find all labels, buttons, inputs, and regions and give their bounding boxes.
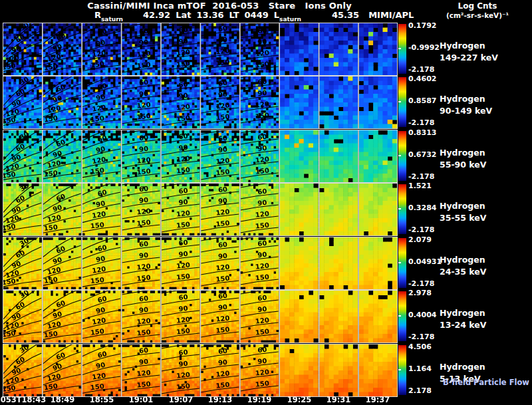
spectrogram-canvas: [3, 344, 398, 397]
l-subscript: saturn: [279, 16, 301, 23]
panel-row-35-55kev: 1.521 0.3284 -2.178 Hydrogen 35-55 keV: [0, 184, 532, 235]
spectrogram-canvas: [3, 23, 398, 76]
spectrogram-canvas: [3, 76, 398, 129]
colorbar-mid-notch: [398, 315, 401, 317]
colorbar-mid-notch: [398, 369, 401, 370]
colorbar: [398, 131, 406, 181]
panel-row-149-227kev: 0.1792 -0.9992 -2.178 Hydrogen 149-227 k…: [0, 23, 532, 75]
species-label: Hydrogen: [440, 201, 485, 211]
panel-row-55-90kev: 0.8313 0.6732 -2.178 Hydrogen 55-90 keV: [0, 130, 532, 182]
energy-range-label: 55-90 keV: [440, 160, 486, 170]
colorbar-tick-top: 4.506: [408, 342, 432, 351]
colorbar: [398, 77, 406, 127]
colorbar-tick-bottom: -2.178: [408, 279, 434, 288]
colorbar: [398, 345, 406, 395]
colorbar: [398, 238, 406, 288]
spectrogram-canvas: [3, 237, 398, 290]
energy-range-label: 149-227 keV: [440, 53, 498, 63]
lat-label: Lat: [176, 10, 191, 20]
colorbar-tick-mid: -0.9992: [408, 43, 440, 52]
colorbar: [398, 24, 406, 74]
panel-row-5-13kev: 4.506 1.164 2.178 Hydrogen 5-13 keV B-fi…: [0, 344, 532, 396]
r-label: R: [94, 10, 101, 20]
colorbar-tick-bottom: -2.178: [408, 172, 434, 181]
panel-row-90-149kev: 0.4602 0.8587 -2.178 Hydrogen 90-149 keV: [0, 76, 532, 128]
time-axis: 053T18:43 18:49 18:55 19:01 19:07 19:13 …: [0, 395, 532, 405]
colorbar-tick-mid: 0.6732: [408, 150, 436, 159]
colorbar-tick-top: 0.4602: [408, 74, 436, 83]
species-label: Hydrogen: [440, 94, 485, 104]
colorbar-mid-notch: [398, 48, 401, 49]
panel-row-13-24kev: 2.978 0.4004 -2.178 Hydrogen 13-24 keV: [0, 291, 532, 342]
r-subscript: saturn: [101, 16, 123, 23]
colorbar-tick-bottom: -2.178: [408, 333, 434, 341]
energy-range-label: 13-24 keV: [440, 320, 486, 330]
colorbar-mid-notch: [398, 101, 401, 102]
colorbar-tick-bottom: -2.178: [408, 65, 434, 74]
colorbar-tick-top: 0.1792: [408, 21, 436, 30]
inca-spectrogram-page: Cassini/MIMI Inca mTOF 2016-053 Stare Io…: [0, 0, 532, 405]
species-label: Hydrogen: [440, 148, 485, 158]
energy-range-label: 24-35 keV: [440, 267, 486, 277]
l-value: 45.35: [332, 10, 359, 20]
colorbar-mid-notch: [398, 155, 401, 156]
time-tick-label: 19:37: [351, 395, 404, 404]
orbit-subtitle: Rsaturn42.92Lat13.36LT0449Lsaturn45.35MI…: [94, 10, 414, 20]
colorbar-tick-top: 0.8313: [408, 128, 436, 137]
spectrogram-canvas: [3, 290, 398, 343]
bfield-particle-flow-note: B-field Particle Flow: [439, 378, 529, 387]
plot-title: Cassini/MIMI Inca mTOF 2016-053 Stare Io…: [0, 1, 439, 11]
colorbar-tick-top: 1.521: [408, 182, 432, 190]
spectrogram-canvas: [3, 183, 398, 236]
panel-row-24-35kev: 2.079 0.04931 -2.178 Hydrogen 24-35 keV: [0, 237, 532, 289]
species-label: Hydrogen: [440, 41, 485, 51]
l-label: L: [274, 10, 279, 20]
colorbar-tick-mid: 0.3284: [408, 203, 436, 212]
colorbar-tick-top: 2.978: [408, 289, 432, 297]
colorbar-tick-bottom: -2.178: [408, 225, 434, 234]
colorbar-units-line2: (cm²-sr-s-keV)⁻¹: [423, 11, 532, 20]
lat-value: 13.36: [196, 10, 223, 20]
colorbar: [398, 184, 406, 234]
energy-range-label: 90-149 keV: [440, 106, 492, 116]
colorbar-tick-bottom: 2.178: [408, 386, 432, 395]
colorbar-units-line1: Log Cnts: [423, 1, 532, 11]
spectrogram-canvas: [3, 130, 398, 183]
colorbar-units-label: Log Cnts (cm²-sr-s-keV)⁻¹: [423, 1, 532, 20]
colorbar-tick-bottom: -2.178: [408, 118, 434, 127]
r-value: 42.92: [143, 10, 170, 20]
colorbar-mid-notch: [398, 208, 401, 209]
energy-range-label: 35-55 keV: [440, 213, 486, 223]
colorbar-tick-mid: 0.8587: [408, 96, 436, 105]
colorbar-mid-notch: [398, 262, 401, 263]
colorbar-tick-mid: 0.04931: [408, 257, 442, 266]
colorbar-tick-mid: 1.164: [408, 364, 432, 373]
lt-label: LT: [229, 10, 239, 20]
species-label: Hydrogen: [440, 362, 485, 372]
colorbar: [398, 291, 406, 341]
credit-label: MIMI/APL: [368, 10, 414, 20]
species-label: Hydrogen: [440, 308, 485, 318]
species-label: Hydrogen: [440, 255, 485, 265]
lt-value: 0449: [245, 10, 269, 20]
colorbar-tick-top: 2.079: [408, 235, 432, 244]
colorbar-tick-mid: 0.4004: [408, 311, 436, 319]
